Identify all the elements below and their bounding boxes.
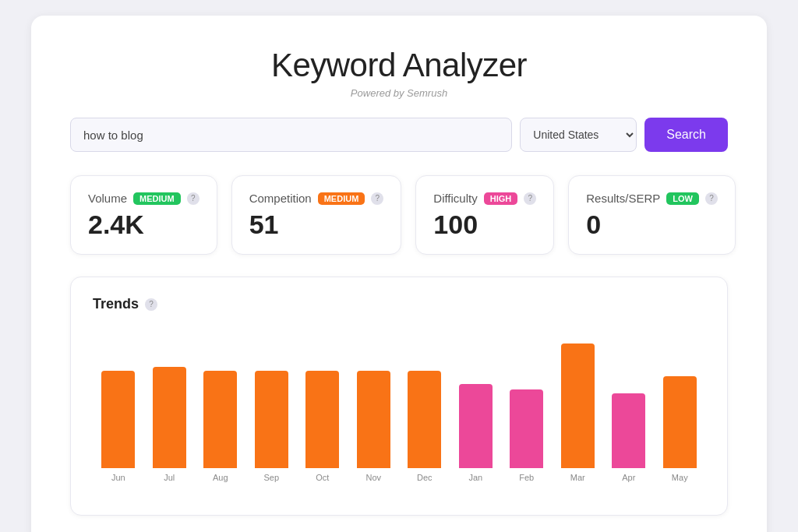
powered-by-text: Powered by Semrush xyxy=(70,87,728,99)
metric-badge-0: MEDIUM xyxy=(133,192,181,205)
metric-value-1: 51 xyxy=(249,210,384,240)
metric-card-3: Results/SERP LOW ? 0 xyxy=(568,175,736,255)
bar-label-jul: Jul xyxy=(144,473,196,482)
metric-header-3: Results/SERP LOW ? xyxy=(586,192,718,205)
metric-header-0: Volume MEDIUM ? xyxy=(88,192,200,205)
metric-help-icon-2[interactable]: ? xyxy=(524,192,536,205)
metric-card-2: Difficulty HIGH ? 100 xyxy=(415,175,554,255)
bar-group-2 xyxy=(195,328,246,468)
trends-help-icon[interactable]: ? xyxy=(145,298,157,311)
metric-card-1: Competition MEDIUM ? 51 xyxy=(231,175,402,255)
bar-jun xyxy=(101,371,135,468)
metric-label-0: Volume xyxy=(88,192,127,205)
page-title: Keyword Analyzer xyxy=(70,47,728,84)
bar-dec xyxy=(408,371,441,468)
metric-badge-2: HIGH xyxy=(484,192,518,205)
bar-group-3 xyxy=(246,328,298,468)
search-input[interactable] xyxy=(70,118,512,152)
bar-label-oct: Oct xyxy=(297,473,348,482)
metric-label-1: Competition xyxy=(249,192,312,205)
bar-group-0 xyxy=(93,328,144,468)
bar-label-mar: Mar xyxy=(553,473,604,482)
main-card: Keyword Analyzer Powered by Semrush Unit… xyxy=(31,16,767,532)
trends-header: Trends ? xyxy=(93,296,705,312)
bar-apr xyxy=(612,393,645,468)
bar-nov xyxy=(357,371,390,468)
bar-group-7 xyxy=(450,328,502,468)
bar-may xyxy=(663,376,697,468)
metric-value-0: 2.4K xyxy=(88,210,200,240)
metrics-row: Volume MEDIUM ? 2.4K Competition MEDIUM … xyxy=(70,175,728,255)
metric-help-icon-0[interactable]: ? xyxy=(187,192,200,205)
header-section: Keyword Analyzer Powered by Semrush xyxy=(70,47,728,99)
bar-group-6 xyxy=(399,328,450,468)
country-select[interactable]: United States United Kingdom Canada Aust… xyxy=(520,118,637,152)
bar-group-1 xyxy=(144,328,196,468)
metric-label-3: Results/SERP xyxy=(586,192,660,205)
bar-label-sep: Sep xyxy=(246,473,298,482)
bar-feb xyxy=(510,389,543,468)
bar-group-4 xyxy=(297,328,348,468)
chart-area: JunJulAugSepOctNovDecJanFebMarAprMay xyxy=(93,328,705,499)
trends-title: Trends xyxy=(93,296,139,312)
bar-sep xyxy=(255,371,288,468)
bar-oct xyxy=(305,371,339,468)
bar-label-aug: Aug xyxy=(195,473,246,482)
metric-help-icon-3[interactable]: ? xyxy=(705,192,718,205)
metric-header-2: Difficulty HIGH ? xyxy=(433,192,536,205)
search-button[interactable]: Search xyxy=(644,118,728,152)
bar-group-9 xyxy=(553,328,604,468)
metric-value-3: 0 xyxy=(586,210,718,240)
metric-header-1: Competition MEDIUM ? xyxy=(249,192,384,205)
metric-badge-1: MEDIUM xyxy=(318,192,365,205)
bar-mar xyxy=(561,344,595,468)
bar-label-feb: Feb xyxy=(501,473,553,482)
bar-label-dec: Dec xyxy=(399,473,450,482)
bars-container xyxy=(93,328,705,468)
bar-group-10 xyxy=(603,328,655,468)
metric-card-0: Volume MEDIUM ? 2.4K xyxy=(70,175,217,255)
metric-label-2: Difficulty xyxy=(433,192,477,205)
bar-label-jan: Jan xyxy=(450,473,502,482)
bar-jan xyxy=(459,384,493,468)
trends-card: Trends ? JunJulAugSepOctNovDecJanFebMarA… xyxy=(70,277,728,516)
bar-group-5 xyxy=(348,328,400,468)
bar-label-jun: Jun xyxy=(93,473,144,482)
bar-group-8 xyxy=(501,328,553,468)
bar-jul xyxy=(153,367,186,468)
bar-label-may: May xyxy=(655,473,706,482)
bar-label-apr: Apr xyxy=(603,473,655,482)
metric-help-icon-1[interactable]: ? xyxy=(371,192,383,205)
bar-group-11 xyxy=(655,328,706,468)
labels-row: JunJulAugSepOctNovDecJanFebMarAprMay xyxy=(93,473,705,482)
search-row: United States United Kingdom Canada Aust… xyxy=(70,118,728,152)
page-container: Keyword Analyzer Powered by Semrush Unit… xyxy=(0,0,798,532)
metric-badge-3: LOW xyxy=(666,192,699,205)
bar-label-nov: Nov xyxy=(348,473,400,482)
bar-aug xyxy=(203,371,237,468)
metric-value-2: 100 xyxy=(433,210,536,240)
